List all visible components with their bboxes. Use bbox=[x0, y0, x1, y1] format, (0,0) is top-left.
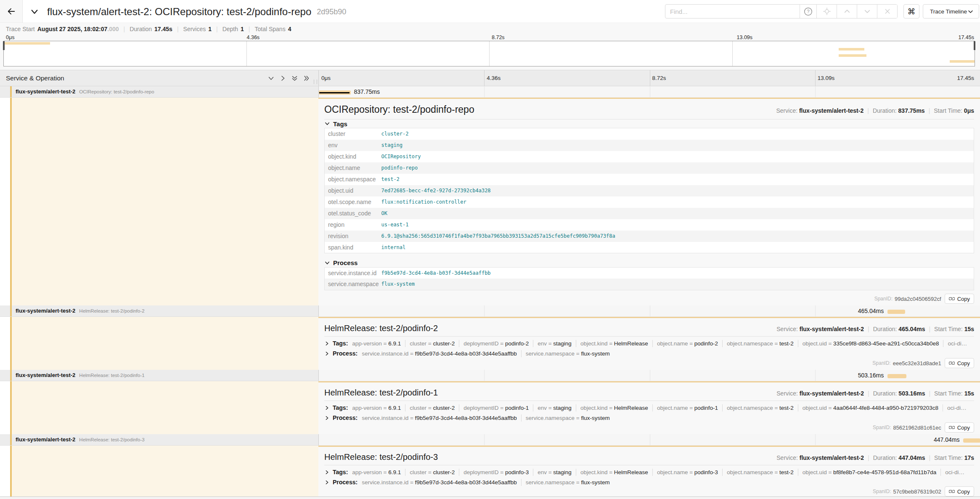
meta-service-value: flux-system/alert-test-2 bbox=[800, 454, 864, 461]
span-bar-row[interactable]: flux-system/alert-test-2HelmRelease: tes… bbox=[0, 370, 980, 381]
timeline-gridline bbox=[650, 86, 650, 97]
span-duration-bar[interactable] bbox=[319, 90, 351, 95]
span-name-column[interactable]: flux-system/alert-test-2HelmRelease: tes… bbox=[0, 370, 318, 381]
expand-all-icon[interactable] bbox=[303, 75, 310, 81]
clear-search-button[interactable] bbox=[877, 5, 897, 18]
column-resize-grip[interactable] bbox=[314, 80, 317, 84]
detail-row-color-fill bbox=[12, 317, 318, 370]
meta-separator: | bbox=[929, 107, 930, 114]
span-bar-row[interactable]: flux-system/alert-test-2HelmRelease: tes… bbox=[0, 434, 980, 446]
process-summary-row[interactable]: Process:service.instance.id = f9b5e97d-3… bbox=[324, 349, 974, 358]
tags-summary-row[interactable]: Tags:app-version = 6.9.1cluster = cluste… bbox=[324, 403, 974, 413]
span-duration-bar[interactable] bbox=[963, 438, 980, 443]
tag-key: object.name bbox=[325, 162, 378, 174]
chevron-right-icon bbox=[324, 470, 330, 475]
span-bar-row[interactable]: flux-system/alert-test-2HelmRelease: tes… bbox=[0, 305, 980, 317]
expand-one-icon[interactable] bbox=[280, 75, 286, 81]
process-key: service.namespace bbox=[325, 279, 378, 290]
tags-accordion-header[interactable]: Tags bbox=[324, 120, 974, 127]
trace-view-select[interactable]: Trace Timeline bbox=[923, 4, 979, 19]
tag-value[interactable]: test-2 bbox=[378, 174, 974, 185]
summary-item: service.instance.id = f9b5e97d-3cd4-4e8a… bbox=[359, 479, 521, 486]
summary-key: object.namespace = bbox=[727, 469, 779, 475]
tag-value[interactable]: 7ed72685-becc-4fe2-927d-27392cb4a328 bbox=[378, 185, 974, 196]
tag-value[interactable]: internal bbox=[378, 242, 974, 253]
summary-value: HelmRelease bbox=[614, 340, 648, 347]
tag-value[interactable]: OK bbox=[378, 208, 974, 219]
span-bar-row[interactable]: flux-system/alert-test-2OCIRepository: t… bbox=[0, 86, 980, 98]
summary-value: podinfo-2 bbox=[505, 340, 529, 347]
tag-value[interactable]: flux:notification-controller bbox=[378, 196, 974, 208]
tags-summary-row[interactable]: Tags:app-version = 6.9.1cluster = cluste… bbox=[324, 339, 974, 348]
prev-result-button[interactable] bbox=[837, 5, 857, 18]
tag-row: revision6.9.1@sha256:565d310746f1fa4be7f… bbox=[325, 231, 974, 242]
span-names: flux-system/alert-test-2HelmRelease: tes… bbox=[16, 370, 145, 381]
back-button[interactable] bbox=[0, 0, 23, 23]
minimap-right-scrubber-handle[interactable] bbox=[974, 41, 975, 50]
span-timeline-cell[interactable]: 837.75ms bbox=[318, 86, 980, 98]
span-name-column[interactable]: flux-system/alert-test-2HelmRelease: tes… bbox=[0, 305, 318, 317]
summary-item: cluster = cluster-2 bbox=[405, 469, 459, 476]
span-timeline-cell[interactable]: 465.04ms bbox=[318, 305, 980, 317]
minimap-gridline bbox=[732, 41, 733, 66]
jaeger-trace-page: flux-system/alert-test-2: OCIRepository:… bbox=[0, 0, 980, 499]
summary-item: object.kind = HelmRelease bbox=[576, 340, 652, 347]
copy-span-id-button[interactable]: Copy bbox=[945, 294, 974, 304]
process-value[interactable]: f9b5e97d-3cd4-4e8a-b03f-3d44e5aaffbb bbox=[378, 267, 974, 279]
summary-value: 6.9.1 bbox=[388, 405, 401, 411]
copy-span-id-button[interactable]: Copy bbox=[945, 422, 974, 433]
title-chevron-down-icon[interactable] bbox=[29, 7, 40, 17]
process-accordion-header[interactable]: Process bbox=[324, 259, 974, 266]
copy-span-id-button[interactable]: Copy bbox=[945, 486, 974, 496]
tag-value[interactable]: us-east-1 bbox=[378, 219, 974, 231]
focus-match-button[interactable] bbox=[816, 5, 837, 18]
process-value[interactable]: flux-system bbox=[378, 279, 974, 290]
tag-value[interactable]: staging bbox=[378, 140, 974, 151]
tag-value[interactable]: cluster-2 bbox=[378, 128, 974, 140]
meta-duration-label: Duration: bbox=[873, 454, 899, 461]
next-result-button[interactable] bbox=[857, 5, 877, 18]
timeline-tick-label: 4.36s bbox=[487, 70, 501, 86]
summary-value: podinfo-2 bbox=[694, 340, 718, 347]
span-duration-bar[interactable] bbox=[887, 374, 906, 378]
span-duration-bar[interactable] bbox=[887, 310, 905, 314]
minimap-canvas[interactable] bbox=[3, 41, 975, 66]
stat-value: August 27 2025, 18:02:07.000 bbox=[37, 26, 119, 32]
span-timeline-cell[interactable]: 447.04ms bbox=[318, 434, 980, 446]
minimap-tick-label: 17.45s bbox=[958, 35, 974, 40]
summary-key: app-version = bbox=[352, 469, 388, 475]
span-name-column[interactable]: flux-system/alert-test-2HelmRelease: tes… bbox=[0, 434, 318, 446]
minimap-gridline bbox=[489, 41, 490, 66]
tag-key: env bbox=[325, 140, 378, 151]
find-input[interactable] bbox=[665, 5, 800, 18]
tag-row: object.namepodinfo-repo bbox=[325, 162, 974, 174]
meta-duration-value: 503.16ms bbox=[898, 390, 925, 397]
span-service-name: flux-system/alert-test-2 bbox=[16, 88, 75, 95]
find-help-button[interactable]: ? bbox=[800, 5, 816, 18]
tag-value[interactable]: 6.9.1@sha256:565d310746f1fa4be7f93ba7965… bbox=[378, 231, 974, 242]
tag-value[interactable]: podinfo-repo bbox=[378, 162, 974, 174]
collapse-all-icon[interactable] bbox=[291, 75, 298, 81]
stat-label: Depth bbox=[222, 26, 238, 32]
keyboard-shortcuts-button[interactable]: ⌘ bbox=[903, 4, 919, 19]
process-summary-row[interactable]: Process:service.instance.id = f9b5e97d-3… bbox=[324, 478, 974, 487]
minimap-left-scrubber-handle[interactable] bbox=[3, 41, 5, 50]
detail-row-color-fill bbox=[12, 446, 318, 497]
meta-separator: | bbox=[868, 454, 869, 461]
copy-span-id-button[interactable]: Copy bbox=[945, 358, 974, 368]
span-name-column[interactable]: flux-system/alert-test-2OCIRepository: t… bbox=[0, 86, 318, 98]
copy-button-label: Copy bbox=[957, 488, 970, 495]
summary-key: object.uid = bbox=[803, 340, 833, 347]
summary-value: staging bbox=[553, 405, 572, 411]
close-icon bbox=[884, 8, 891, 15]
collapse-one-icon[interactable] bbox=[268, 75, 274, 81]
span-color-accent bbox=[10, 98, 12, 306]
span-timeline-cell[interactable]: 503.16ms bbox=[318, 370, 980, 381]
span-detail-meta: Service: flux-system/alert-test-2|Durati… bbox=[776, 326, 974, 332]
tag-key: cluster bbox=[325, 128, 378, 140]
tag-value[interactable]: OCIRepository bbox=[378, 151, 974, 162]
tags-summary-row[interactable]: Tags:app-version = 6.9.1cluster = cluste… bbox=[324, 467, 974, 477]
trace-stats-bar: Trace StartAugust 27 2025, 18:02:07.000|… bbox=[0, 24, 980, 35]
summary-key: object.kind = bbox=[580, 405, 614, 411]
process-summary-row[interactable]: Process:service.instance.id = f9b5e97d-3… bbox=[324, 413, 974, 423]
